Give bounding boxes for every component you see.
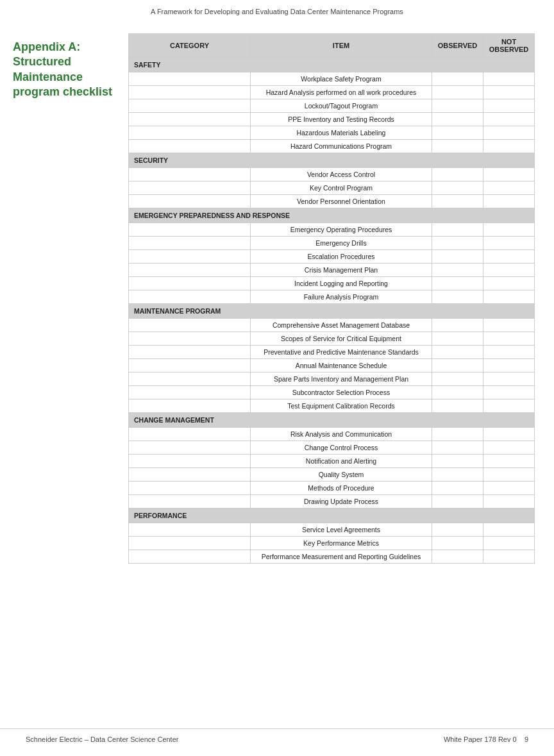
table-row: Subcontractor Selection Process: [129, 386, 535, 399]
category-cell: [129, 264, 251, 277]
observed-cell: [432, 441, 483, 455]
table-row: Key Control Program: [129, 181, 535, 195]
table-row: Preventative and Predictive Maintenance …: [129, 346, 535, 359]
item-name: Preventative and Predictive Maintenance …: [251, 346, 432, 359]
table-row: Emergency Drills: [129, 237, 535, 250]
category-cell: [129, 468, 251, 482]
table-row: Vendor Personnel Orientation: [129, 195, 535, 208]
not-observed-cell: [483, 428, 535, 441]
category-row: EMERGENCY PREPAREDNESS AND RESPONSE: [129, 208, 535, 223]
page-header: A Framework for Developing and Evaluatin…: [0, 0, 554, 21]
category-label: SECURITY: [129, 153, 535, 168]
not-observed-cell: [483, 373, 535, 386]
table-row: PPE Inventory and Testing Records: [129, 113, 535, 126]
item-name: Vendor Personnel Orientation: [251, 195, 432, 208]
not-observed-cell: [483, 290, 535, 304]
observed-cell: [432, 332, 483, 346]
table-row: Hazard Communications Program: [129, 140, 535, 153]
observed-cell: [432, 319, 483, 332]
category-cell: [129, 126, 251, 140]
table-row: Hazardous Materials Labeling: [129, 126, 535, 140]
category-cell: [129, 495, 251, 508]
category-label: EMERGENCY PREPAREDNESS AND RESPONSE: [129, 208, 535, 223]
observed-cell: [432, 72, 483, 86]
observed-cell: [432, 550, 483, 564]
not-observed-cell: [483, 126, 535, 140]
item-name: Test Equipment Calibration Records: [251, 399, 432, 413]
observed-cell: [432, 468, 483, 482]
category-cell: [129, 373, 251, 386]
not-observed-cell: [483, 168, 535, 181]
observed-cell: [432, 250, 483, 264]
item-name: Escalation Procedures: [251, 250, 432, 264]
category-cell: [129, 99, 251, 113]
not-observed-cell: [483, 113, 535, 126]
observed-cell: [432, 359, 483, 373]
table-row: Annual Maintenance Schedule: [129, 359, 535, 373]
checklist-table: CATEGORY ITEM OBSERVED NOT OBSERVED SAFE…: [128, 33, 535, 564]
item-name: Emergency Drills: [251, 237, 432, 250]
observed-cell: [432, 168, 483, 181]
category-cell: [129, 86, 251, 99]
category-cell: [129, 428, 251, 441]
not-observed-cell: [483, 399, 535, 413]
observed-cell: [432, 346, 483, 359]
item-name: Hazardous Materials Labeling: [251, 126, 432, 140]
category-label: SAFETY: [129, 58, 535, 72]
category-cell: [129, 72, 251, 86]
table-row: Emergency Operating Procedures: [129, 223, 535, 237]
table-row: Test Equipment Calibration Records: [129, 399, 535, 413]
item-name: Methods of Procedure: [251, 482, 432, 495]
category-cell: [129, 550, 251, 564]
observed-cell: [432, 237, 483, 250]
category-cell: [129, 277, 251, 290]
table-row: Spare Parts Inventory and Management Pla…: [129, 373, 535, 386]
item-name: Notification and Alerting: [251, 455, 432, 468]
item-name: PPE Inventory and Testing Records: [251, 113, 432, 126]
table-row: Lockout/Tagout Program: [129, 99, 535, 113]
item-name: Performance Measurement and Reporting Gu…: [251, 550, 432, 564]
table-row: Service Level Agreements: [129, 523, 535, 537]
table-row: Change Control Process: [129, 441, 535, 455]
category-cell: [129, 195, 251, 208]
not-observed-cell: [483, 386, 535, 399]
not-observed-cell: [483, 441, 535, 455]
table-row: Failure Analysis Program: [129, 290, 535, 304]
table-row: Methods of Procedure: [129, 482, 535, 495]
item-name: Comprehensive Asset Management Database: [251, 319, 432, 332]
observed-cell: [432, 181, 483, 195]
item-name: Key Control Program: [251, 181, 432, 195]
col-header-observed: OBSERVED: [432, 34, 483, 58]
not-observed-cell: [483, 319, 535, 332]
col-header-not-observed: NOT OBSERVED: [483, 34, 535, 58]
col-header-item: ITEM: [251, 34, 432, 58]
table-row: Vendor Access Control: [129, 168, 535, 181]
table-row: Drawing Update Process: [129, 495, 535, 508]
not-observed-cell: [483, 140, 535, 153]
category-cell: [129, 399, 251, 413]
observed-cell: [432, 277, 483, 290]
category-cell: [129, 455, 251, 468]
category-cell: [129, 482, 251, 495]
not-observed-cell: [483, 86, 535, 99]
not-observed-cell: [483, 99, 535, 113]
item-name: Key Performance Metrics: [251, 537, 432, 550]
observed-cell: [432, 86, 483, 99]
item-name: Change Control Process: [251, 441, 432, 455]
not-observed-cell: [483, 550, 535, 564]
category-row: PERFORMANCE: [129, 508, 535, 523]
item-name: Workplace Safety Program: [251, 72, 432, 86]
item-name: Lockout/Tagout Program: [251, 99, 432, 113]
observed-cell: [432, 126, 483, 140]
item-name: Drawing Update Process: [251, 495, 432, 508]
observed-cell: [432, 399, 483, 413]
item-name: Hazard Analysis performed on all work pr…: [251, 86, 432, 99]
table-row: Workplace Safety Program: [129, 72, 535, 86]
category-row: CHANGE MANAGEMENT: [129, 413, 535, 428]
table-row: Notification and Alerting: [129, 455, 535, 468]
item-name: Failure Analysis Program: [251, 290, 432, 304]
table-row: Risk Analysis and Communication: [129, 428, 535, 441]
not-observed-cell: [483, 250, 535, 264]
category-cell: [129, 332, 251, 346]
observed-cell: [432, 223, 483, 237]
